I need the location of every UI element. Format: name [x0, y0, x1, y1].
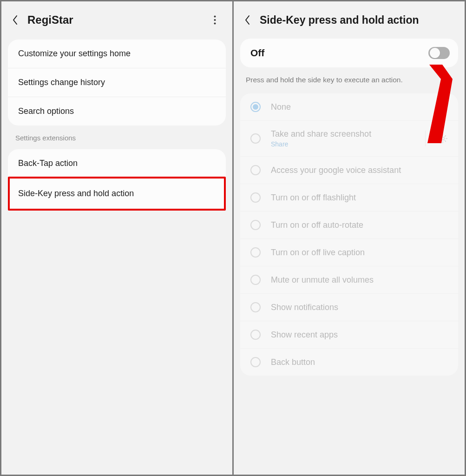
option-label: Show recent apps [271, 330, 450, 340]
radio-icon[interactable] [250, 330, 261, 340]
extensions-card-top: Back-Tap action [8, 149, 226, 178]
svg-point-0 [214, 16, 216, 18]
list-item-sidekey[interactable]: Side-Key press and hold action [10, 178, 224, 209]
toggle-card: Off [240, 39, 458, 67]
radio-icon[interactable] [250, 357, 261, 367]
radio-icon[interactable] [250, 133, 261, 144]
radio-icon[interactable] [250, 165, 261, 175]
option-label: Take and share screenshotShare [271, 129, 415, 148]
radio-icon[interactable] [250, 220, 261, 230]
radio-icon[interactable] [250, 102, 261, 112]
option-row[interactable]: Show recent apps [240, 321, 458, 349]
svg-point-1 [214, 19, 216, 21]
left-header: RegiStar [1, 1, 232, 37]
page-title: RegiStar [27, 13, 203, 26]
gear-icon[interactable] [436, 132, 450, 145]
option-row[interactable]: Back button [240, 349, 458, 376]
option-row[interactable]: Show notifications [240, 294, 458, 321]
feature-toggle[interactable] [428, 47, 450, 59]
option-label: Turn on or off auto-rotate [271, 220, 450, 230]
option-label: Turn on or off flashlight [271, 193, 450, 203]
radio-icon[interactable] [250, 302, 261, 312]
option-row[interactable]: Access your google voice assistant [240, 157, 458, 184]
option-row[interactable]: Turn on or off live caption [240, 239, 458, 266]
options-card: NoneTake and share screenshotShareAccess… [240, 93, 458, 376]
option-row[interactable]: Turn on or off flashlight [240, 184, 458, 212]
toggle-knob [430, 48, 440, 58]
svg-point-2 [214, 23, 216, 25]
help-text: Press and hold the side key to execute a… [234, 67, 465, 91]
toggle-status-label: Off [250, 47, 264, 59]
option-row[interactable]: Turn on or off auto-rotate [240, 212, 458, 239]
svg-point-3 [441, 137, 444, 140]
radio-icon[interactable] [250, 275, 261, 285]
list-item-history[interactable]: Settings change history [8, 68, 226, 97]
option-sublabel: Share [271, 140, 415, 148]
option-row[interactable]: Take and share screenshotShare [240, 121, 458, 157]
right-pane: Side-Key press and hold action Off Press… [234, 1, 465, 475]
option-label: Mute or unmute all volumes [271, 275, 450, 285]
highlight-annotation: Side-Key press and hold action [8, 177, 226, 211]
option-label: Show notifications [271, 303, 450, 312]
extensions-section-label: Settings extensions [1, 126, 232, 146]
option-label: Turn on or off live caption [271, 248, 450, 258]
back-icon[interactable] [7, 12, 24, 28]
more-icon[interactable] [206, 12, 223, 28]
radio-icon[interactable] [250, 247, 261, 258]
list-item-search[interactable]: Search options [8, 97, 226, 126]
radio-icon[interactable] [250, 192, 261, 203]
right-header: Side-Key press and hold action [234, 1, 465, 37]
list-item-backtap[interactable]: Back-Tap action [8, 149, 226, 178]
page-title: Side-Key press and hold action [260, 14, 455, 26]
left-pane: RegiStar Customize your settings home Se… [1, 1, 232, 475]
option-label: None [271, 102, 450, 112]
back-icon[interactable] [239, 12, 256, 28]
list-item-customize[interactable]: Customize your settings home [8, 40, 226, 68]
option-row[interactable]: None [240, 93, 458, 121]
divider [425, 131, 426, 146]
option-label: Access your google voice assistant [271, 165, 450, 175]
option-row[interactable]: Mute or unmute all volumes [240, 266, 458, 294]
option-label: Back button [271, 357, 450, 367]
main-settings-card: Customize your settings home Settings ch… [8, 40, 226, 126]
